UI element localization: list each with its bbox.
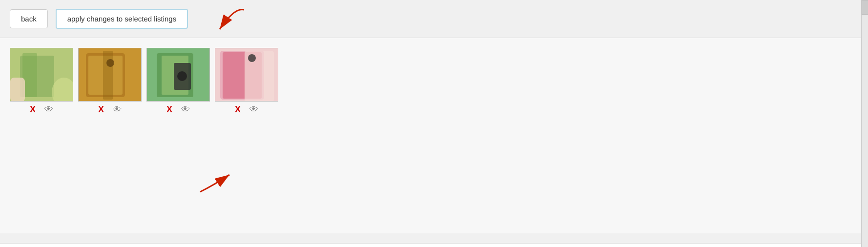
thumb-image-4 xyxy=(215,48,278,102)
scrollbar-thumb[interactable] xyxy=(862,0,868,15)
svg-point-10 xyxy=(106,59,114,67)
listings-row: X 👁 X 👁 xyxy=(10,48,858,115)
listing-controls-2: X 👁 xyxy=(98,104,122,115)
listing-controls-1: X 👁 xyxy=(30,104,53,115)
remove-listing-1[interactable]: X xyxy=(30,104,36,115)
title-section: Title Add to Replace Prepend Append begi… xyxy=(0,243,868,247)
listing-item-4: X 👁 xyxy=(215,48,278,115)
remove-listing-4[interactable]: X xyxy=(235,104,241,115)
eye-arrow-annotation xyxy=(190,165,239,194)
view-listing-4[interactable]: 👁 xyxy=(249,104,258,115)
scrollbar[interactable] xyxy=(861,0,868,247)
view-listing-2[interactable]: 👁 xyxy=(113,104,122,115)
listing-controls-3: X 👁 xyxy=(166,104,190,115)
svg-rect-5 xyxy=(10,78,25,102)
view-listing-1[interactable]: 👁 xyxy=(44,104,53,115)
listing-thumb-3 xyxy=(146,48,210,102)
thumb-image-1 xyxy=(10,48,73,102)
listing-thumb-1 xyxy=(10,48,73,102)
listing-item-1: X 👁 xyxy=(10,48,73,115)
svg-point-15 xyxy=(177,71,187,81)
listing-thumb-2 xyxy=(78,48,142,102)
apply-changes-button[interactable]: apply changes to selected listings xyxy=(56,9,188,29)
thumb-image-3 xyxy=(147,48,210,102)
remove-listing-3[interactable]: X xyxy=(166,104,172,115)
header-bar: back apply changes to selected listings xyxy=(0,0,868,38)
remove-listing-2[interactable]: X xyxy=(98,104,104,115)
svg-rect-9 xyxy=(103,51,113,100)
listing-thumb-4 xyxy=(215,48,278,102)
thumb-image-2 xyxy=(79,48,142,102)
listing-controls-4: X 👁 xyxy=(235,104,258,115)
listing-item-3: X 👁 xyxy=(146,48,210,115)
listing-item-2: X 👁 xyxy=(78,48,142,115)
main-content: X 👁 X 👁 xyxy=(0,38,868,233)
apply-arrow-annotation xyxy=(195,5,254,39)
view-listing-3[interactable]: 👁 xyxy=(181,104,190,115)
back-button[interactable]: back xyxy=(10,9,48,28)
svg-point-20 xyxy=(248,54,256,62)
